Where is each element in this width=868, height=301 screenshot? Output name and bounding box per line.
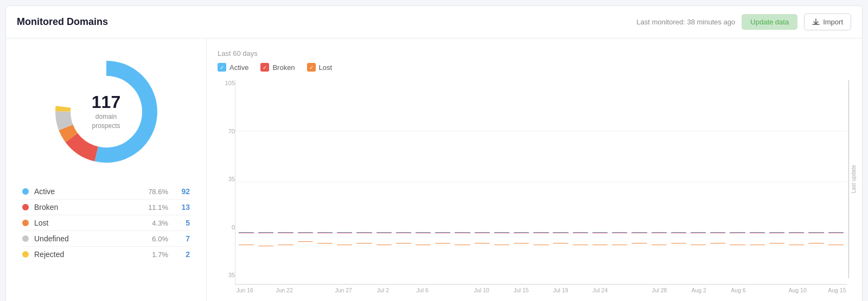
active-pct: 78.6% [146, 188, 168, 196]
bar-group [551, 80, 571, 284]
broken-pct: 11.1% [146, 203, 168, 212]
lost-bar [612, 245, 627, 245]
bar-group [452, 80, 472, 284]
lost-bar [573, 245, 588, 245]
x-label [748, 287, 768, 293]
broken-bar [376, 233, 392, 233]
lost-bar [475, 243, 490, 244]
lost-bar [828, 245, 844, 245]
broken-bar [730, 233, 745, 233]
broken-bar [789, 233, 804, 233]
x-label [452, 287, 471, 293]
bar-group [315, 80, 335, 284]
broken-dot [22, 204, 29, 210]
y-label-0: 0 [218, 225, 235, 230]
bar-group [669, 80, 688, 284]
x-label: Jul 28 [649, 287, 669, 293]
chart-legend-active: ✓ Active [218, 63, 248, 72]
y-axis: 105 70 35 0 35 [218, 80, 235, 293]
rejected-dot [22, 251, 29, 258]
undefined-count: 7 [177, 234, 190, 243]
active-count: 92 [177, 187, 190, 196]
x-label [294, 287, 314, 293]
lost-bar [533, 245, 548, 245]
legend-row-lost: Lost 4.3% 5 [22, 215, 190, 231]
broken-bar [356, 233, 372, 233]
chart-active-label: Active [229, 63, 248, 72]
chart-legend: ✓ Active ✓ Broken ✓ Lost [218, 63, 847, 72]
main-content: 117 domainprospects Active 78.6% 92 Brok… [6, 39, 862, 301]
broken-bar [808, 233, 824, 233]
bar-group [787, 80, 806, 284]
x-label [610, 287, 629, 293]
lost-bar [710, 243, 725, 244]
bar-group [433, 80, 452, 284]
lost-bar [691, 245, 706, 245]
import-button[interactable]: Import [804, 14, 851, 30]
x-label [709, 287, 728, 293]
bar-group [335, 80, 354, 284]
lost-bar [258, 246, 273, 246]
last-update-label-wrapper: Last update [851, 80, 857, 278]
last-update-line [848, 80, 849, 278]
lost-bar [494, 245, 509, 245]
y-label-neg35: 35 [218, 272, 235, 278]
lost-bar [278, 245, 293, 245]
broken-bar [239, 233, 254, 233]
broken-bar [435, 233, 450, 233]
broken-bar [416, 233, 431, 233]
lost-bar [376, 245, 392, 245]
active-dot [22, 188, 29, 195]
lost-count: 5 [177, 219, 190, 227]
undefined-pct: 6.0% [146, 235, 168, 243]
chart-legend-broken: ✓ Broken [260, 63, 295, 72]
x-label: Aug 10 [788, 287, 807, 293]
lost-bar [592, 245, 608, 245]
x-label: Jul 15 [511, 287, 531, 293]
bar-group [492, 80, 512, 284]
donut-total: 117 [92, 93, 120, 111]
legend: Active 78.6% 92 Broken 11.1% 13 Lost 4.3… [17, 184, 195, 262]
chart-inner: Jun 16Jun 22Jun 27Jul 2Jul 6Jul 10Jul 15… [235, 80, 847, 293]
x-label [254, 287, 274, 293]
x-label [768, 287, 788, 293]
lost-bar [631, 243, 647, 244]
lost-bar [239, 245, 254, 245]
chart-subtitle: Last 60 days [218, 49, 847, 57]
left-panel: 117 domainprospects Active 78.6% 92 Brok… [6, 39, 207, 301]
last-update-label: Last update [851, 165, 857, 193]
donut-sublabel: domainprospects [92, 112, 120, 131]
lost-bar [652, 245, 667, 245]
bars-area [235, 80, 847, 285]
right-panel: Last 60 days ✓ Active ✓ Broken ✓ Lost [207, 39, 862, 301]
bar-chart: 105 70 35 0 35 [218, 80, 847, 293]
broken-bar [258, 233, 273, 233]
lost-bar [317, 243, 333, 244]
broken-bar [652, 233, 667, 233]
bar-group [473, 80, 492, 284]
legend-row-broken: Broken 11.1% 13 [22, 200, 190, 215]
lost-bar [789, 245, 804, 245]
chart-legend-lost: ✓ Lost [307, 63, 333, 72]
update-data-button[interactable]: Update data [742, 14, 797, 30]
x-label: Jul 6 [413, 287, 432, 293]
x-label [571, 287, 590, 293]
rejected-label: Rejected [34, 250, 146, 259]
bar-group [531, 80, 551, 284]
y-label-70: 70 [218, 129, 235, 135]
broken-label: Broken [34, 203, 146, 212]
page-container: Monitored Domains Last monitored: 38 min… [5, 5, 863, 301]
x-label: Jul 10 [472, 287, 492, 293]
x-label: Aug 6 [729, 287, 748, 293]
lost-dot [22, 220, 29, 226]
legend-row-rejected: Rejected 1.7% 2 [22, 247, 190, 262]
bar-group [748, 80, 767, 284]
lost-check-icon: ✓ [307, 63, 316, 72]
x-label: Jun 27 [334, 287, 353, 293]
broken-bar [533, 233, 548, 233]
x-axis: Jun 16Jun 22Jun 27Jul 2Jul 6Jul 10Jul 15… [235, 285, 847, 293]
bar-group [610, 80, 629, 284]
active-label: Active [34, 187, 146, 196]
lost-label: Lost [34, 219, 146, 227]
x-label: Jun 16 [235, 287, 254, 293]
